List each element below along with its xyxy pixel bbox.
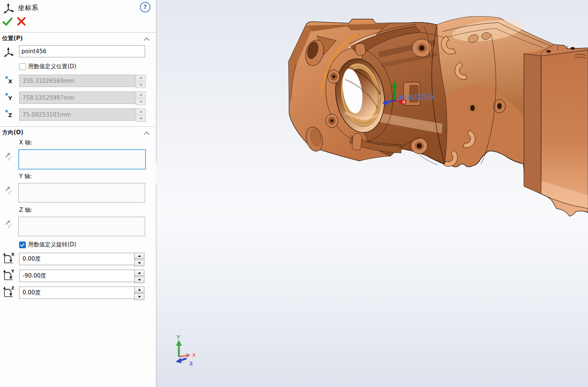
orientation-section-header: 方向(O) — [2, 129, 23, 136]
checkbox-checked[interactable] — [19, 242, 26, 248]
reverse-direction-icon[interactable]: ↗ ↙ — [4, 219, 14, 230]
origin-y-label: Y — [176, 334, 180, 340]
spin-up-button[interactable] — [134, 286, 144, 293]
graphics-viewport[interactable]: point456 Y X Z — [156, 0, 588, 387]
z-axis-label: Z 轴: — [19, 207, 32, 214]
x-coordinate-icon: X — [5, 76, 16, 87]
origin-z-label: Z — [189, 361, 193, 366]
panel-title: 坐标系 — [18, 3, 38, 12]
x-position-field[interactable] — [19, 75, 135, 87]
svg-text:Z: Z — [11, 286, 14, 291]
spin-down-button[interactable] — [134, 260, 144, 266]
help-button[interactable]: ? — [140, 2, 150, 12]
collapse-position-chevron[interactable] — [143, 36, 150, 43]
spin-up-button[interactable] — [134, 253, 144, 259]
y-rotation-spinner[interactable] — [134, 270, 144, 283]
origin-x-label: X — [192, 352, 196, 358]
reverse-direction-icon[interactable]: ↗ ↙ — [4, 185, 14, 196]
cancel-button[interactable] — [16, 16, 26, 28]
lower-tab — [352, 133, 362, 150]
y-coordinate-icon: Y — [5, 93, 16, 104]
x-axis-selection-box[interactable] — [18, 149, 146, 170]
point-dot-icon — [5, 93, 8, 96]
position-section-header: 位置(P) — [2, 35, 23, 42]
svg-text:Y: Y — [11, 269, 15, 274]
x-rotation-field[interactable] — [19, 253, 135, 265]
spin-down-button[interactable] — [134, 294, 144, 300]
rotate-about-y-icon: Y — [2, 268, 15, 282]
x-rotation-spinner[interactable] — [134, 253, 144, 266]
z-rotation-spinner[interactable] — [134, 286, 144, 300]
spin-up-button[interactable] — [136, 92, 146, 98]
x-position-spinner[interactable] — [136, 75, 145, 88]
slab-side-column — [524, 54, 541, 194]
reverse-direction-icon[interactable]: ↗ ↙ — [4, 152, 14, 162]
y-position-spinner[interactable] — [136, 92, 145, 105]
property-manager-panel: 坐标系 ? 位置(P) 用数值定义位置(D — [0, 0, 156, 387]
x-axis-label: X 轴: — [19, 139, 32, 146]
spin-down-button[interactable] — [136, 82, 146, 88]
coordinate-system-icon-small — [3, 46, 15, 59]
y-rotation-field[interactable] — [19, 270, 135, 282]
spin-down-button[interactable] — [136, 116, 146, 122]
point-annotation-label: point456 — [396, 92, 434, 102]
slab-top-hole — [570, 47, 575, 50]
rotate-about-z-icon: Z — [2, 285, 15, 299]
define-rotation-checkbox[interactable]: 用数值定义旋转(D) — [19, 241, 76, 248]
rotate-about-x-icon: X — [2, 252, 15, 265]
divider — [0, 32, 156, 33]
divider — [0, 126, 156, 127]
svg-text:X: X — [11, 252, 15, 257]
collapse-orientation-chevron[interactable] — [143, 130, 150, 137]
y-position-field[interactable] — [19, 92, 135, 104]
z-axis-selection-box[interactable] — [18, 217, 145, 236]
viewport-canvas: point456 Y X Z — [156, 0, 588, 387]
y-axis-selection-box[interactable] — [18, 183, 145, 202]
flange-hole — [470, 105, 475, 111]
ear-lobe-hole — [497, 103, 502, 109]
checkbox-unchecked[interactable] — [19, 63, 26, 70]
coordinate-system-icon — [3, 2, 15, 16]
z-position-spinner[interactable] — [136, 108, 145, 122]
point-dot-icon — [5, 110, 8, 112]
upper-tab — [355, 43, 366, 56]
spin-up-button[interactable] — [136, 75, 146, 81]
coordinate-name-input[interactable] — [19, 45, 145, 57]
spin-down-button[interactable] — [136, 99, 146, 105]
spin-up-button[interactable] — [134, 270, 144, 276]
spin-down-button[interactable] — [134, 277, 144, 283]
ok-button[interactable] — [2, 16, 13, 28]
y-axis-label: Y 轴: — [19, 173, 32, 180]
point-dot-icon — [5, 76, 8, 79]
solidworks-window: 坐标系 ? 位置(P) 用数值定义位置(D — [0, 0, 588, 387]
spin-up-button[interactable] — [136, 108, 146, 115]
z-coordinate-icon: Z — [5, 110, 16, 121]
define-position-checkbox[interactable]: 用数值定义位置(D) — [19, 63, 76, 70]
slab-top-hole — [546, 50, 551, 53]
z-position-field[interactable] — [19, 108, 135, 121]
z-rotation-field[interactable] — [19, 286, 135, 299]
